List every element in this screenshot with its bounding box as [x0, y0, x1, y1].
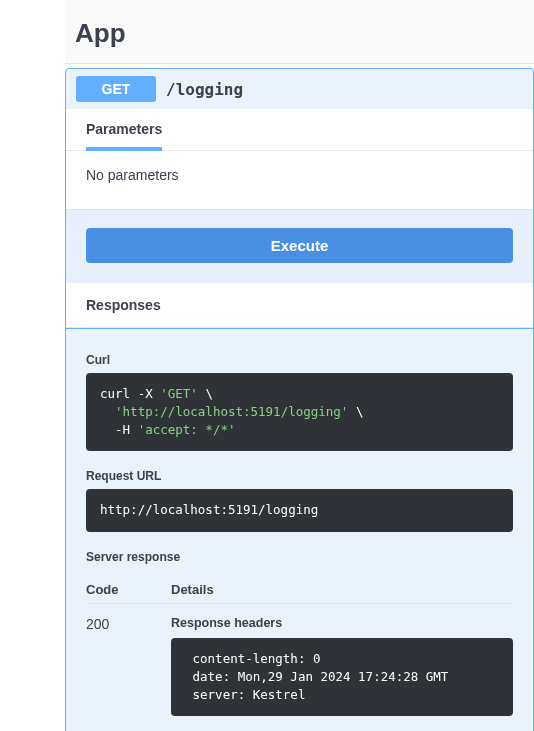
responses-title: Responses — [86, 297, 161, 313]
details-column-header: Details — [171, 582, 513, 597]
page-header: App — [65, 0, 534, 64]
request-url-label: Request URL — [86, 469, 513, 483]
http-method-badge: GET — [76, 76, 156, 102]
responses-body: Curl curl -X 'GET' \ 'http://localhost:5… — [66, 328, 533, 731]
status-code: 200 — [86, 616, 171, 716]
operation-block: GET /logging Parameters No parameters Ex… — [65, 68, 534, 731]
execute-row: Execute — [66, 209, 533, 283]
execute-button[interactable]: Execute — [86, 228, 513, 263]
endpoint-path: /logging — [166, 80, 243, 99]
curl-block[interactable]: curl -X 'GET' \ 'http://localhost:5191/l… — [86, 373, 513, 451]
response-headers-block[interactable]: content-length: 0 date: Mon,29 Jan 2024 … — [171, 638, 513, 716]
tab-parameters[interactable]: Parameters — [86, 121, 162, 151]
operation-summary[interactable]: GET /logging — [66, 69, 533, 109]
no-parameters-text: No parameters — [86, 167, 179, 183]
response-headers-label: Response headers — [171, 616, 513, 630]
curl-label: Curl — [86, 353, 513, 367]
server-response-label: Server response — [86, 550, 513, 564]
response-row: 200 Response headers content-length: 0 d… — [86, 604, 513, 728]
request-url-block[interactable]: http://localhost:5191/logging — [86, 489, 513, 531]
code-column-header: Code — [86, 582, 171, 597]
response-table-header: Code Details — [86, 570, 513, 604]
app-title: App — [75, 18, 534, 49]
parameters-body: No parameters — [66, 151, 533, 209]
responses-section-header: Responses — [66, 283, 533, 328]
tab-header: Parameters — [66, 109, 533, 151]
